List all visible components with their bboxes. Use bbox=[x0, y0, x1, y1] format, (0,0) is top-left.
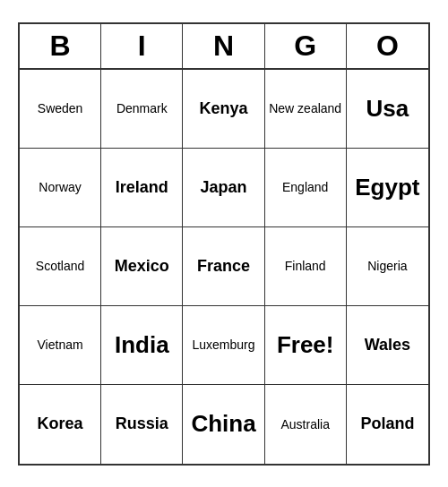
bingo-cell: Poland bbox=[347, 385, 428, 464]
bingo-cell: Norway bbox=[20, 149, 101, 227]
cell-text: Egypt bbox=[355, 174, 419, 201]
cell-text: New zealand bbox=[269, 101, 341, 115]
cell-text: Poland bbox=[360, 414, 414, 433]
bingo-cell: New zealand bbox=[265, 70, 347, 149]
cell-text: Scotland bbox=[36, 259, 84, 273]
cell-text: Sweden bbox=[38, 101, 83, 115]
cell-text: Vietnam bbox=[38, 337, 83, 352]
bingo-cell: Korea bbox=[20, 385, 101, 464]
cell-text: England bbox=[282, 180, 328, 194]
cell-text: China bbox=[191, 410, 255, 438]
header-letter: N bbox=[183, 24, 264, 68]
bingo-cell: Nigeria bbox=[347, 227, 428, 306]
cell-text: India bbox=[115, 331, 169, 359]
cell-text: Russia bbox=[116, 414, 168, 433]
bingo-cell: Russia bbox=[101, 385, 183, 464]
cell-text: Wales bbox=[365, 336, 410, 355]
bingo-cell: China bbox=[183, 385, 264, 464]
bingo-cell: Luxemburg bbox=[183, 306, 264, 385]
bingo-cell: Vietnam bbox=[20, 306, 101, 385]
cell-text: Usa bbox=[366, 95, 409, 123]
bingo-cell: India bbox=[101, 306, 183, 385]
bingo-cell: Wales bbox=[347, 306, 428, 385]
bingo-cell: Kenya bbox=[183, 70, 264, 149]
header-letter: I bbox=[101, 24, 183, 68]
bingo-header: BINGO bbox=[20, 24, 428, 70]
cell-text: Ireland bbox=[116, 178, 168, 197]
cell-text: Norway bbox=[39, 180, 81, 194]
cell-text: Kenya bbox=[199, 99, 247, 118]
header-letter: G bbox=[265, 24, 347, 68]
cell-text: Mexico bbox=[115, 257, 169, 276]
cell-text: Finland bbox=[285, 259, 326, 273]
bingo-cell: Mexico bbox=[101, 227, 183, 306]
cell-text: Free! bbox=[277, 331, 334, 359]
cell-text: Australia bbox=[280, 417, 329, 431]
bingo-grid: SwedenDenmarkKenyaNew zealandUsaNorwayIr… bbox=[20, 70, 428, 464]
bingo-cell: France bbox=[183, 227, 264, 306]
cell-text: Denmark bbox=[116, 101, 168, 115]
bingo-cell: Sweden bbox=[20, 70, 101, 149]
bingo-card: BINGO SwedenDenmarkKenyaNew zealandUsaNo… bbox=[18, 22, 430, 466]
cell-text: France bbox=[197, 257, 250, 276]
cell-text: Korea bbox=[38, 414, 83, 433]
bingo-cell: Free! bbox=[265, 306, 347, 385]
bingo-cell: Denmark bbox=[101, 70, 183, 149]
bingo-cell: Finland bbox=[265, 227, 347, 306]
bingo-cell: England bbox=[265, 149, 347, 227]
cell-text: Nigeria bbox=[367, 259, 407, 273]
cell-text: Japan bbox=[200, 178, 246, 197]
bingo-cell: Scotland bbox=[20, 227, 101, 306]
bingo-cell: Japan bbox=[183, 149, 264, 227]
header-letter: B bbox=[20, 24, 101, 68]
bingo-cell: Ireland bbox=[101, 149, 183, 227]
bingo-cell: Usa bbox=[347, 70, 428, 149]
header-letter: O bbox=[347, 24, 428, 68]
bingo-cell: Egypt bbox=[347, 149, 428, 227]
cell-text: Luxemburg bbox=[192, 337, 254, 352]
bingo-cell: Australia bbox=[265, 385, 347, 464]
